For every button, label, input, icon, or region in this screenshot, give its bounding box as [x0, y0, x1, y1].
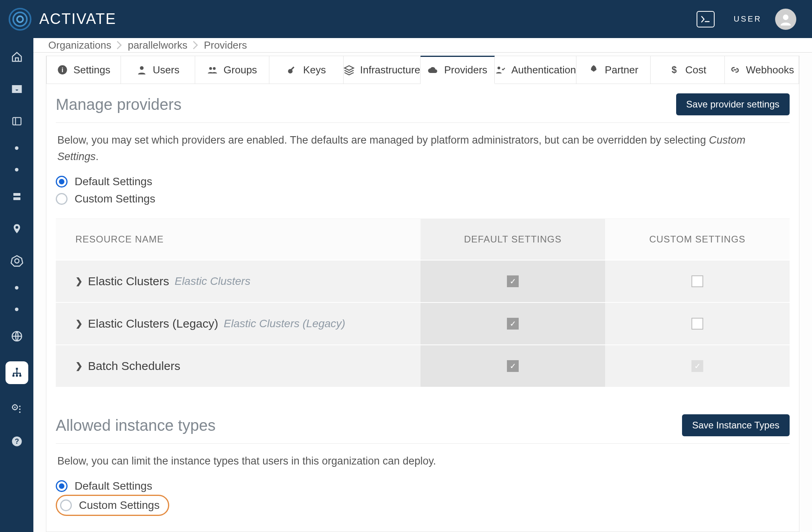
- breadcrumb-item[interactable]: parallelworks: [128, 39, 187, 51]
- tab-keys[interactable]: Keys: [269, 56, 344, 84]
- nav-separator-dot: [15, 146, 18, 150]
- dollar-icon: $: [669, 64, 680, 75]
- chevron-right-icon: [117, 41, 122, 49]
- providers-section: Manage providers Save provider settings …: [46, 84, 799, 387]
- instances-radio-default[interactable]: Default Settings: [56, 477, 790, 495]
- tab-label: Webhooks: [746, 64, 794, 76]
- save-instance-types-button[interactable]: Save Instance Types: [682, 414, 790, 436]
- nav-panel-icon[interactable]: [10, 114, 24, 128]
- checkbox-empty[interactable]: [691, 275, 703, 287]
- radio-icon: [60, 499, 72, 511]
- resource-hint: Elastic Clusters: [175, 275, 251, 288]
- tab-users[interactable]: Users: [121, 56, 195, 84]
- tab-webhooks[interactable]: Webhooks: [725, 56, 799, 84]
- nav-separator-dot: [15, 168, 18, 171]
- svg-text:$: $: [672, 65, 677, 75]
- tab-label: Infrastructure: [360, 64, 420, 76]
- providers-radio-default[interactable]: Default Settings: [56, 173, 790, 190]
- svg-point-1: [13, 12, 27, 26]
- tab-label: Authentication: [511, 64, 576, 76]
- nav-kubernetes-icon[interactable]: [10, 254, 24, 268]
- save-providers-button[interactable]: Save provider settings: [676, 93, 790, 115]
- instances-radio-custom[interactable]: Custom Settings: [60, 499, 159, 512]
- svg-point-10: [15, 259, 19, 263]
- user-label: USER: [733, 15, 762, 24]
- breadcrumb-item[interactable]: Providers: [204, 39, 247, 51]
- layers-icon: [344, 64, 355, 75]
- avatar-icon: [779, 12, 793, 26]
- group-icon: [207, 64, 218, 75]
- svg-marker-9: [11, 256, 22, 266]
- svg-rect-5: [13, 118, 21, 125]
- svg-point-30: [497, 67, 500, 69]
- chevron-right-icon[interactable]: ❯: [75, 361, 82, 371]
- topbar: ACTIVATE USER: [0, 0, 812, 38]
- radio-label: Custom Settings: [79, 499, 159, 512]
- cloud-icon: [428, 65, 439, 76]
- tab-settings[interactable]: iSettings: [46, 56, 121, 84]
- th-resource: RESOURCE NAME: [56, 219, 421, 260]
- th-default: DEFAULT SETTINGS: [421, 219, 605, 260]
- nav-help-icon[interactable]: ?: [10, 434, 24, 448]
- svg-text:i: i: [62, 66, 64, 73]
- checkbox-checked-icon: ✓: [507, 318, 519, 330]
- nav-separator-dot: [15, 308, 18, 311]
- breadcrumbs: Organizations parallelworks Providers: [33, 38, 812, 53]
- nav-server-icon[interactable]: [10, 189, 24, 204]
- highlight-annotation: Custom Settings: [56, 495, 169, 516]
- checkbox-disabled-icon: ✓: [691, 360, 703, 372]
- logo[interactable]: ACTIVATE: [8, 7, 116, 31]
- tab-label: Partner: [605, 64, 638, 76]
- tab-label: Settings: [73, 64, 110, 76]
- svg-rect-8: [13, 197, 20, 200]
- nav-separator-dot: [15, 286, 18, 290]
- info-icon: i: [57, 64, 68, 75]
- instances-section: Allowed instance types Save Instance Typ…: [46, 405, 799, 516]
- radio-label: Custom Settings: [75, 193, 155, 205]
- rocket-icon: [588, 64, 599, 75]
- tab-label: Providers: [444, 64, 487, 76]
- svg-text:?: ?: [15, 437, 19, 445]
- logo-swirl-icon: [8, 7, 32, 31]
- svg-point-20: [19, 412, 20, 413]
- svg-point-26: [209, 67, 212, 70]
- radio-icon: [56, 176, 68, 188]
- checkbox-empty[interactable]: [691, 318, 703, 330]
- user-icon: [136, 64, 147, 75]
- section-title: Manage providers: [56, 96, 181, 113]
- nav-org-icon[interactable]: [5, 361, 28, 384]
- svg-rect-12: [16, 368, 18, 370]
- user-avatar[interactable]: [775, 9, 796, 30]
- tab-infrastructure[interactable]: Infrastructure: [344, 56, 421, 84]
- svg-point-19: [19, 408, 20, 410]
- terminal-button[interactable]: [697, 11, 715, 27]
- tab-cost[interactable]: $Cost: [651, 56, 725, 84]
- desc-text: .: [96, 151, 99, 162]
- nav-globe-icon[interactable]: [10, 329, 24, 343]
- tab-bar: iSettings Users Groups Keys Infrastructu…: [46, 56, 799, 84]
- nav-location-icon[interactable]: [10, 222, 24, 236]
- tab-providers[interactable]: Providers: [421, 56, 495, 84]
- providers-table: RESOURCE NAME DEFAULT SETTINGS CUSTOM SE…: [56, 219, 790, 387]
- svg-point-25: [140, 66, 143, 70]
- providers-radio-custom[interactable]: Custom Settings: [56, 190, 790, 208]
- nav-inbox-icon[interactable]: [10, 82, 24, 96]
- resource-name: Batch Schedulers: [88, 359, 180, 373]
- tab-authentication[interactable]: Authentication: [495, 56, 576, 84]
- nav-settings-icon[interactable]: [10, 402, 24, 416]
- chevron-right-icon[interactable]: ❯: [75, 319, 82, 329]
- svg-point-27: [213, 67, 216, 70]
- left-nav: ?: [0, 38, 33, 532]
- svg-point-2: [17, 16, 23, 22]
- breadcrumb-item[interactable]: Organizations: [48, 39, 111, 51]
- tab-groups[interactable]: Groups: [195, 56, 269, 84]
- terminal-icon: [701, 16, 710, 23]
- brand-name: ACTIVATE: [39, 11, 116, 27]
- tab-partner[interactable]: Partner: [576, 56, 651, 84]
- table-row: ❯Elastic Clusters (Legacy)Elastic Cluste…: [56, 302, 790, 344]
- chevron-right-icon: [193, 41, 198, 49]
- nav-home-icon[interactable]: [10, 50, 24, 64]
- resource-name: Elastic Clusters: [88, 275, 169, 288]
- radio-icon: [56, 193, 68, 205]
- chevron-right-icon[interactable]: ❯: [75, 276, 82, 286]
